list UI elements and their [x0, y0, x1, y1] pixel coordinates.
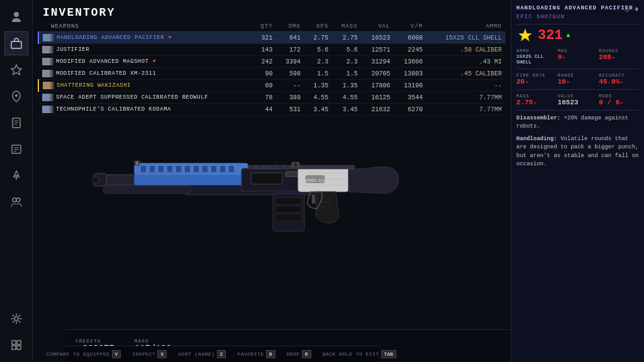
weapon-qty: 321 [252, 32, 276, 44]
svg-rect-34 [94, 173, 106, 186]
svg-rect-59 [248, 165, 355, 169]
col-header-ammo: AMMO [426, 21, 506, 32]
sidebar-icon-skills[interactable] [4, 58, 28, 82]
weapon-qty: 143 [252, 44, 276, 56]
svg-rect-38 [242, 168, 317, 191]
weapon-vm: 3544 [394, 92, 426, 104]
svg-point-0 [14, 12, 19, 17]
weapon-qty: 242 [252, 56, 276, 68]
weapon-ammo: 7.77MM [426, 104, 506, 116]
compare-icon[interactable]: ◇ [625, 5, 630, 14]
weapon-vm: 6008 [394, 32, 426, 44]
stat-range-label: RANGE [558, 73, 598, 78]
weapon-ammo: .43 MI [426, 56, 506, 68]
svg-marker-72 [519, 30, 531, 40]
stat-value-value: 16523 [558, 99, 598, 106]
weapon-val: 17806 [362, 80, 394, 92]
weapon-row-icon [42, 46, 53, 53]
weapon-val: 16523 [362, 32, 394, 44]
weapon-vm: 6270 [394, 104, 426, 116]
table-row[interactable]: HANDLOADING ADVANCED PACIFIER♥3216412.75… [38, 32, 506, 44]
svg-rect-29 [203, 166, 208, 172]
svg-line-56 [358, 170, 386, 173]
sidebar [0, 0, 33, 362]
table-row[interactable]: SHATTERING WAKIZASHI69--1.351.3517806131… [38, 80, 506, 92]
weapon-row-name: HANDLOADING ADVANCED PACIFIER [57, 35, 164, 41]
stat-range: RANGE 16- [558, 73, 598, 85]
stat-range-value: 16- [558, 78, 598, 85]
sidebar-icon-map[interactable] [4, 84, 28, 108]
table-row[interactable]: JUSTIFIER1431725.65.6125712245.50 CALIBE… [38, 44, 506, 56]
weapon-dmg: -- [277, 80, 304, 92]
svg-rect-53 [276, 198, 301, 204]
svg-rect-32 [229, 166, 234, 172]
weapon-vm: 2245 [394, 44, 426, 56]
weapon-dps: 2.75 [304, 32, 332, 44]
stat-fire-rate: FIRE RATE 20- [516, 73, 557, 85]
stat-ammo-label: AMMO [516, 48, 557, 53]
weapon-mass: 1.35 [332, 80, 361, 92]
weapon-row-icon [42, 70, 53, 77]
stat-mag-value: 9- [558, 53, 598, 61]
weapon-ammo: 7.77MM [426, 92, 506, 104]
weapon-row-name: MODIFIED ADVANCED MAGSHOT [56, 58, 149, 65]
svg-rect-54 [276, 206, 301, 212]
weapon-dmg: 172 [277, 44, 304, 56]
stat-mass-value: 2.75- [516, 99, 557, 106]
sidebar-icon-settings[interactable] [4, 307, 28, 331]
stat-value-label: VALUE [558, 94, 598, 99]
weapon-list: HANDLOADING ADVANCED PACIFIER♥3216412.75… [38, 32, 506, 116]
svg-point-13 [13, 198, 16, 202]
sidebar-icon-crew[interactable] [4, 190, 28, 214]
weapon-mass: 2.3 [332, 56, 361, 68]
sidebar-icon-character[interactable] [4, 5, 28, 29]
svg-rect-1 [11, 41, 21, 48]
table-row[interactable]: SPACE ADEPT SUPPRESSED CALIBRATED BEOWUL… [38, 92, 506, 104]
table-row[interactable]: TECHNOPHILE'S CALIBRATED KODAMA445313.45… [38, 104, 506, 116]
weapon-name-cell: HANDLOADING ADVANCED PACIFIER♥ [38, 32, 252, 44]
svg-rect-51 [312, 195, 315, 204]
svg-rect-65 [286, 166, 289, 168]
favorite-heart: ♥ [168, 35, 171, 41]
weapon-ammo: -- [426, 80, 506, 92]
svg-rect-61 [258, 166, 262, 168]
hotkeys-bar: COMPARE TO EQUIPPED V INSPECT X SORT (NA… [65, 346, 377, 362]
weapon-qty: 44 [252, 104, 276, 116]
table-row[interactable]: MODIFIED CALIBRATED XM-2311905981.51.520… [38, 68, 506, 80]
favorite-icon[interactable]: ♦ [635, 5, 639, 14]
svg-rect-40 [286, 172, 298, 177]
weapon-row-name: TECHNOPHILE'S CALIBRATED KODAMA [56, 106, 171, 112]
hotkey-favorite: FAVORITE B [237, 350, 275, 358]
svg-rect-31 [220, 166, 225, 172]
col-header-val: VAL [362, 21, 394, 32]
svg-rect-68 [294, 163, 297, 167]
stat-ammo: AMMO 15X25 CLL SHELL [516, 48, 557, 65]
hotkey-back: BACK HOLD TO EXIT TAB [323, 350, 397, 358]
svg-rect-17 [17, 341, 21, 344]
sidebar-icon-missions[interactable] [4, 111, 28, 134]
table-row[interactable]: MODIFIED ADVANCED MAGSHOT♥24233942.32.33… [38, 56, 506, 68]
svg-rect-63 [272, 166, 275, 168]
sidebar-icon-news[interactable] [4, 137, 28, 161]
weapon-dmg: 598 [277, 68, 304, 80]
sidebar-icon-grid[interactable] [4, 333, 28, 357]
weapon-dmg: 531 [277, 104, 304, 116]
weapon-dmg: 389 [277, 92, 304, 104]
svg-rect-23 [150, 166, 155, 172]
stat-accuracy: ACCURACY 45.0%- [599, 73, 639, 85]
weapon-row-name: SHATTERING WAKIZASHI [57, 82, 131, 89]
svg-rect-21 [135, 163, 248, 175]
weapon-vm: 13606 [394, 56, 426, 68]
weapon-ammo: 15X25 CLL SHELL [426, 32, 506, 44]
svg-marker-2 [11, 65, 21, 75]
svg-rect-25 [167, 166, 172, 172]
svg-rect-16 [12, 341, 16, 344]
stat-fire-rate-label: FIRE RATE [516, 73, 557, 78]
sidebar-icon-inventory[interactable] [4, 31, 28, 55]
stat-fire-rate-value: 20- [516, 78, 557, 85]
detail-title: Handloading Advanced Pacifier [516, 5, 639, 13]
weapon-row-icon [42, 94, 53, 101]
weapon-image: 15X25 CLL [72, 101, 424, 264]
phys-value: 321 [538, 28, 563, 43]
sidebar-icon-ship[interactable] [4, 163, 28, 187]
